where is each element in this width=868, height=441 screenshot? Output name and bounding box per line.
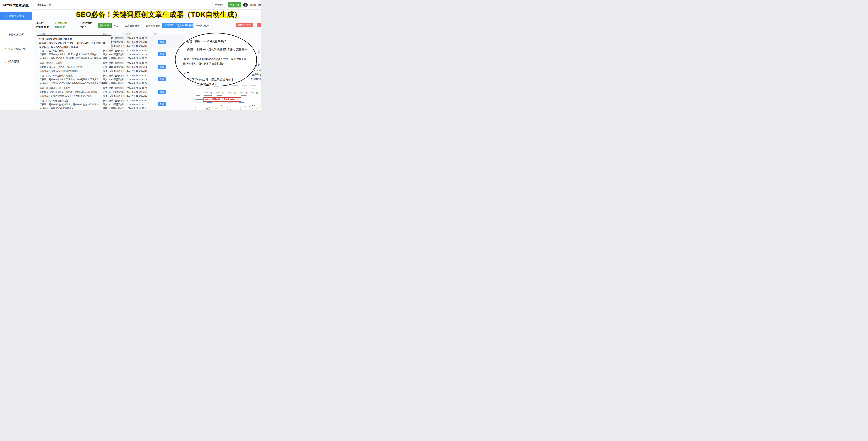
row-wordcount: 正文: 1233字 <box>103 103 116 106</box>
row-title: 标题：网站seo排名优化工具在线 <box>39 74 72 77</box>
keyword-tooltip-box: 标题：网站seo如何优化效果好 双标题：网站seo如何优化效果好，网站seo如何… <box>37 35 112 49</box>
generated-count-label: 已生成篇数: <box>81 22 93 25</box>
rewrite-failed-button[interactable]: 重写失败文章 <box>236 23 253 27</box>
app-title: 147SEO文章系统 <box>2 3 29 8</box>
table-row[interactable]: 标题：SEO是什么意思 双标题：SEO是什么意思，seo是什么意思 生成标题：揭… <box>36 61 183 73</box>
home-icon: ⌂ <box>4 48 6 51</box>
case-banner: 147SEO官网案例，收录和排名稳定上升! <box>204 97 241 101</box>
row-title: 标题：SEO是什么意思 <box>39 62 62 65</box>
chevron-down-icon <box>27 60 29 62</box>
row-created-time: 创建时间： 2024-05-21 14:12:53 <box>115 37 147 40</box>
row-updated-time: 更新时间： 2024-05-21 14:22:54 <box>115 78 147 81</box>
table-row[interactable]: 标题：网站seo如何做好优化 双标题：网站seo如何做好优化，网站seo如何做好… <box>36 98 183 110</box>
table-row[interactable]: 标题：网站seo排名优化工具在线 双标题：网站seo排名优化工具在线，seo网站… <box>36 73 183 86</box>
preview-button[interactable]: 预览 <box>158 65 166 69</box>
export-success-button[interactable]: 导出成功文章 <box>193 23 212 28</box>
start-generate-button[interactable]: 开始生成 <box>98 23 112 28</box>
mini-stat-icon <box>222 92 224 94</box>
row-created-time: 创建时间： 2024-05-21 14:12:53 <box>115 87 147 90</box>
total-words-value: 200000000 <box>36 26 49 29</box>
case-banner-text: 147SEO官网案例，收录和排名稳定上升! <box>205 98 239 101</box>
row-created-time: 创建时间： 2024-05-21 14:12:53 <box>115 74 147 77</box>
row-updated-time: 更新时间： 2024-05-21 14:23:13 <box>115 41 147 43</box>
mini-stat-icon <box>246 92 248 94</box>
mini-stat-icon <box>234 92 236 94</box>
preview-button[interactable]: 预览 <box>158 40 166 44</box>
mini-trend-chart-right <box>227 104 261 110</box>
clear-button[interactable]: 清空 <box>257 23 261 27</box>
breadcrumb: 批量文章生成 <box>37 3 51 6</box>
row-status: 状态: 成功 <box>103 49 113 52</box>
row-dual-title: 双标题：网站seo排名优化工具在线，seo网站优化工具大全 <box>39 78 99 81</box>
mini-query-button <box>239 102 244 103</box>
row-updated-time: 更新时间： 2024-05-21 14:22:59 <box>115 66 147 68</box>
sidebar-item-label: 批量文章生成 <box>9 14 24 18</box>
tooltip-generated-title: 生成标题：网站SEO如何优化效果好 <box>39 45 110 49</box>
publish-status-filter[interactable]: 发布状态: 全部 <box>144 23 163 28</box>
user-id-label: 65e4811dfb644fe <box>250 3 261 6</box>
preview-button[interactable]: 预览 <box>158 90 166 94</box>
magnifier-description-line2: 擎上的排名，吸引更多的流量和用户。 <box>183 62 227 65</box>
row-wordcount: 正文: 954字 <box>103 91 115 93</box>
sidebar-item-account[interactable]: ⌂ 账户管理 <box>0 58 33 65</box>
row-generated-time: 生成时间： 2024-05-21 14:22:54 <box>115 82 147 85</box>
row-wordcount: 正文: 1062字 <box>103 78 116 81</box>
home-icon: ⌂ <box>4 33 6 36</box>
row-status: 状态: 成功 <box>103 87 113 90</box>
col-header-keyword: 关键词 <box>39 32 46 35</box>
row-title: 标题：跨境电商seo是什么意思 <box>39 87 70 90</box>
preview-text-fragment: 的是让 <box>254 68 261 71</box>
used-words-label: 已使用字数: <box>55 22 68 25</box>
mini-stat-icon <box>210 92 212 94</box>
row-status: 状态: 成功 <box>103 99 113 102</box>
magnifier-ellipse: 标题：网站SEO如何优化效果好 关键词：网站SEO,优化效果,搜索引擎排名,流量… <box>175 33 257 87</box>
row-created-time: 创建时间： 2024-05-21 14:12:53 <box>115 49 147 52</box>
global-config-button[interactable]: 全局配置 <box>162 23 175 28</box>
col-header-action: 操作 <box>154 32 159 35</box>
row-updated-time: 更新时间： 2024-05-21 14:22:51 <box>115 91 147 93</box>
row-publish-state: 发布: 未发布 <box>103 57 116 60</box>
row-wordcount: 正文: 2301字 <box>103 53 116 56</box>
row-status: 状态: 成功 <box>103 74 113 77</box>
refresh-button[interactable]: 刷新 <box>112 23 121 28</box>
row-dual-title: 双标题：SEO是什么意思，seo是什么意思 <box>39 66 82 68</box>
row-publish-state: 发布: 未发布 <box>103 82 116 85</box>
app-window: 批量文章生成 使用教程 联系客服 65e4811dfb644fe 首页 批量文章… <box>0 0 261 110</box>
contact-support-button[interactable]: 联系客服 <box>228 2 241 7</box>
row-title: 标题：百度seo技术优化 <box>39 49 64 52</box>
generate-status-filter[interactable]: 生成状态: 全部 <box>123 23 142 28</box>
preview-button[interactable]: 预览 <box>158 77 166 81</box>
table-row[interactable]: 标题：百度seo技术优化 双标题：百度seo技术优化，百度seo排名优化公司哪家… <box>36 48 183 61</box>
preview-button[interactable]: 预览 <box>158 102 166 106</box>
table-row[interactable]: 标题：跨境电商seo是什么意思 双标题：跨境电商seo是什么意思，跨境电商 cr… <box>36 86 183 98</box>
row-publish-state: 发布: 未发布 <box>103 107 116 110</box>
avatar[interactable] <box>243 3 248 7</box>
preview-button[interactable]: 预览 <box>158 52 166 56</box>
sidebar-item-batch-article[interactable]: ⌂ 批量文章生成 <box>0 12 32 20</box>
row-dual-title: 双标题：跨境电商seo是什么意思，跨境电商 cross border <box>39 91 97 93</box>
magnifier-body-line1: 互联网的快速发展，网站已经成为企业 <box>186 78 234 82</box>
row-generated-time: 生成时间： 2024-05-21 14:23:13 <box>115 44 147 47</box>
row-updated-time: 更新时间： 2024-05-21 14:22:59 <box>115 53 147 56</box>
promo-headline: SEO必备！关键词原创文章生成器（TDK自动生成） <box>76 10 241 19</box>
row-title: 标题：网站seo如何做好优化 <box>39 99 68 102</box>
row-generated-title: 生成标题：网站SEO如何做好优化 <box>39 107 73 110</box>
sidebar-item-keyword-mining[interactable]: ⌂ 实时关键词挖掘 <box>0 45 33 53</box>
tutorial-button[interactable]: 使用教程 <box>212 2 226 7</box>
row-generated-time: 生成时间： 2024-05-21 14:22:51 <box>115 94 147 97</box>
preview-text-fragment: 您的网站。 <box>251 77 261 81</box>
row-created-time: 创建时间： 2024-05-21 14:12:53 <box>115 62 147 65</box>
row-wordcount: 正文: 1116字 <box>103 66 116 68</box>
sidebar-item-label: 账户管理 <box>8 60 19 63</box>
sidebar-item-batch-site[interactable]: ⌂ 批量站点管理 <box>0 31 33 38</box>
col-header-import-time: 导入时间 <box>122 32 131 35</box>
case-study-screenshot: 147SEO官网案例，收录和排名稳定上升! <box>194 83 261 110</box>
magnifier-title: 标题：网站SEO如何优化效果好 <box>187 40 226 43</box>
sidebar-item-label: 批量站点管理 <box>8 33 24 36</box>
row-generated-title: 生成标题：提升网站SEO排名的必备利器——SEO排名优化工具在线 <box>39 82 108 85</box>
import-keywords-button[interactable]: 导入关键词/标题 <box>175 23 195 28</box>
row-created-time: 创建时间： 2024-05-21 14:12:53 <box>115 99 147 102</box>
row-generated-time: 生成时间： 2024-05-21 14:22:41 <box>115 107 147 110</box>
row-generated-title: 生成标题：揭秘SEO：网站排名的魔法 <box>39 69 78 72</box>
mini-trend-chart-left <box>195 104 226 110</box>
